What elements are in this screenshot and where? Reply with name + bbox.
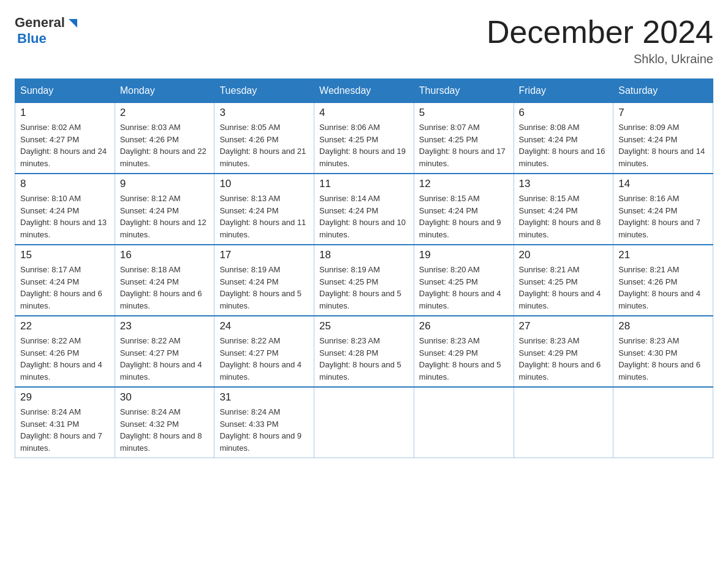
- calendar-cell: 8Sunrise: 8:10 AMSunset: 4:24 PMDaylight…: [15, 174, 115, 245]
- day-header-tuesday: Tuesday: [214, 79, 314, 103]
- day-info: Sunrise: 8:23 AMSunset: 4:29 PMDaylight:…: [519, 335, 609, 383]
- calendar-cell: [514, 387, 613, 458]
- day-info: Sunrise: 8:21 AMSunset: 4:26 PMDaylight:…: [618, 264, 708, 312]
- svg-marker-0: [69, 19, 77, 28]
- day-info: Sunrise: 8:24 AMSunset: 4:32 PMDaylight:…: [120, 406, 210, 454]
- day-info: Sunrise: 8:12 AMSunset: 4:24 PMDaylight:…: [120, 193, 210, 240]
- day-number: 6: [519, 107, 609, 119]
- day-info: Sunrise: 8:23 AMSunset: 4:30 PMDaylight:…: [618, 335, 708, 383]
- day-number: 8: [20, 178, 110, 190]
- day-number: 12: [419, 178, 509, 190]
- calendar-cell: 9Sunrise: 8:12 AMSunset: 4:24 PMDaylight…: [115, 174, 214, 245]
- day-info: Sunrise: 8:23 AMSunset: 4:28 PMDaylight:…: [319, 335, 409, 383]
- day-header-sunday: Sunday: [15, 79, 115, 103]
- calendar-cell: 1Sunrise: 8:02 AMSunset: 4:27 PMDaylight…: [15, 103, 115, 174]
- day-info: Sunrise: 8:22 AMSunset: 4:27 PMDaylight:…: [120, 335, 210, 383]
- day-info: Sunrise: 8:03 AMSunset: 4:26 PMDaylight:…: [120, 121, 210, 169]
- day-info: Sunrise: 8:19 AMSunset: 4:24 PMDaylight:…: [219, 264, 309, 312]
- day-info: Sunrise: 8:17 AMSunset: 4:24 PMDaylight:…: [20, 264, 110, 312]
- day-number: 21: [618, 249, 708, 261]
- day-info: Sunrise: 8:08 AMSunset: 4:24 PMDaylight:…: [519, 121, 609, 169]
- day-number: 2: [120, 107, 210, 119]
- day-number: 3: [219, 107, 309, 119]
- day-number: 7: [618, 107, 708, 119]
- calendar-cell: 14Sunrise: 8:16 AMSunset: 4:24 PMDayligh…: [613, 174, 713, 245]
- day-number: 24: [219, 320, 309, 332]
- day-info: Sunrise: 8:02 AMSunset: 4:27 PMDaylight:…: [20, 121, 110, 169]
- day-header-wednesday: Wednesday: [314, 79, 414, 103]
- day-number: 14: [618, 178, 708, 190]
- calendar-cell: 27Sunrise: 8:23 AMSunset: 4:29 PMDayligh…: [514, 316, 613, 387]
- day-info: Sunrise: 8:24 AMSunset: 4:33 PMDaylight:…: [219, 406, 309, 454]
- page-header: General Blue December 2024 Shklo, Ukrain…: [15, 15, 713, 66]
- day-number: 9: [120, 178, 210, 190]
- calendar-table: SundayMondayTuesdayWednesdayThursdayFrid…: [15, 79, 713, 458]
- day-number: 28: [618, 320, 708, 332]
- calendar-cell: 4Sunrise: 8:06 AMSunset: 4:25 PMDaylight…: [314, 103, 414, 174]
- calendar-cell: 11Sunrise: 8:14 AMSunset: 4:24 PMDayligh…: [314, 174, 414, 245]
- calendar-cell: [613, 387, 713, 458]
- day-number: 27: [519, 320, 609, 332]
- day-number: 5: [419, 107, 509, 119]
- logo-triangle-icon: [66, 17, 80, 30]
- calendar-cell: [414, 387, 514, 458]
- calendar-cell: 28Sunrise: 8:23 AMSunset: 4:30 PMDayligh…: [613, 316, 713, 387]
- day-number: 25: [319, 320, 409, 332]
- day-info: Sunrise: 8:15 AMSunset: 4:24 PMDaylight:…: [519, 193, 609, 240]
- day-number: 30: [120, 391, 210, 404]
- calendar-cell: 26Sunrise: 8:23 AMSunset: 4:29 PMDayligh…: [414, 316, 514, 387]
- calendar-cell: 15Sunrise: 8:17 AMSunset: 4:24 PMDayligh…: [15, 245, 115, 316]
- day-header-saturday: Saturday: [613, 79, 713, 103]
- calendar-cell: 3Sunrise: 8:05 AMSunset: 4:26 PMDaylight…: [214, 103, 314, 174]
- day-info: Sunrise: 8:24 AMSunset: 4:31 PMDaylight:…: [20, 406, 110, 454]
- day-number: 1: [20, 107, 110, 119]
- day-info: Sunrise: 8:19 AMSunset: 4:25 PMDaylight:…: [319, 264, 409, 312]
- logo-blue-text: Blue: [17, 31, 47, 47]
- day-info: Sunrise: 8:15 AMSunset: 4:24 PMDaylight:…: [419, 193, 509, 240]
- calendar-cell: 21Sunrise: 8:21 AMSunset: 4:26 PMDayligh…: [613, 245, 713, 316]
- day-info: Sunrise: 8:07 AMSunset: 4:25 PMDaylight:…: [419, 121, 509, 169]
- day-number: 10: [219, 178, 309, 190]
- calendar-cell: 12Sunrise: 8:15 AMSunset: 4:24 PMDayligh…: [414, 174, 514, 245]
- title-section: December 2024 Shklo, Ukraine: [487, 15, 713, 66]
- calendar-cell: 20Sunrise: 8:21 AMSunset: 4:25 PMDayligh…: [514, 245, 613, 316]
- calendar-cell: 5Sunrise: 8:07 AMSunset: 4:25 PMDaylight…: [414, 103, 514, 174]
- day-number: 18: [319, 249, 409, 261]
- day-info: Sunrise: 8:09 AMSunset: 4:24 PMDaylight:…: [618, 121, 708, 169]
- month-title: December 2024: [487, 15, 713, 50]
- day-info: Sunrise: 8:14 AMSunset: 4:24 PMDaylight:…: [319, 193, 409, 240]
- week-row-1: 1Sunrise: 8:02 AMSunset: 4:27 PMDaylight…: [15, 103, 713, 174]
- calendar-cell: 30Sunrise: 8:24 AMSunset: 4:32 PMDayligh…: [115, 387, 214, 458]
- calendar-cell: 6Sunrise: 8:08 AMSunset: 4:24 PMDaylight…: [514, 103, 613, 174]
- location-text: Shklo, Ukraine: [487, 52, 713, 66]
- day-number: 20: [519, 249, 609, 261]
- day-info: Sunrise: 8:16 AMSunset: 4:24 PMDaylight:…: [618, 193, 708, 240]
- calendar-cell: 18Sunrise: 8:19 AMSunset: 4:25 PMDayligh…: [314, 245, 414, 316]
- day-info: Sunrise: 8:21 AMSunset: 4:25 PMDaylight:…: [519, 264, 609, 312]
- week-row-3: 15Sunrise: 8:17 AMSunset: 4:24 PMDayligh…: [15, 245, 713, 316]
- logo-general-text: General: [15, 15, 65, 31]
- day-info: Sunrise: 8:05 AMSunset: 4:26 PMDaylight:…: [219, 121, 309, 169]
- day-info: Sunrise: 8:23 AMSunset: 4:29 PMDaylight:…: [419, 335, 509, 383]
- day-header-thursday: Thursday: [414, 79, 514, 103]
- day-number: 16: [120, 249, 210, 261]
- calendar-cell: 22Sunrise: 8:22 AMSunset: 4:26 PMDayligh…: [15, 316, 115, 387]
- day-info: Sunrise: 8:22 AMSunset: 4:27 PMDaylight:…: [219, 335, 309, 383]
- calendar-cell: 29Sunrise: 8:24 AMSunset: 4:31 PMDayligh…: [15, 387, 115, 458]
- day-info: Sunrise: 8:13 AMSunset: 4:24 PMDaylight:…: [219, 193, 309, 240]
- calendar-cell: 16Sunrise: 8:18 AMSunset: 4:24 PMDayligh…: [115, 245, 214, 316]
- calendar-cell: 2Sunrise: 8:03 AMSunset: 4:26 PMDaylight…: [115, 103, 214, 174]
- day-number: 15: [20, 249, 110, 261]
- calendar-cell: 23Sunrise: 8:22 AMSunset: 4:27 PMDayligh…: [115, 316, 214, 387]
- day-info: Sunrise: 8:10 AMSunset: 4:24 PMDaylight:…: [20, 193, 110, 240]
- calendar-cell: 17Sunrise: 8:19 AMSunset: 4:24 PMDayligh…: [214, 245, 314, 316]
- calendar-cell: 31Sunrise: 8:24 AMSunset: 4:33 PMDayligh…: [214, 387, 314, 458]
- calendar-cell: [314, 387, 414, 458]
- calendar-cell: 13Sunrise: 8:15 AMSunset: 4:24 PMDayligh…: [514, 174, 613, 245]
- logo: General Blue: [15, 15, 80, 47]
- calendar-cell: 10Sunrise: 8:13 AMSunset: 4:24 PMDayligh…: [214, 174, 314, 245]
- day-info: Sunrise: 8:06 AMSunset: 4:25 PMDaylight:…: [319, 121, 409, 169]
- day-headers-row: SundayMondayTuesdayWednesdayThursdayFrid…: [15, 79, 713, 103]
- week-row-4: 22Sunrise: 8:22 AMSunset: 4:26 PMDayligh…: [15, 316, 713, 387]
- day-number: 19: [419, 249, 509, 261]
